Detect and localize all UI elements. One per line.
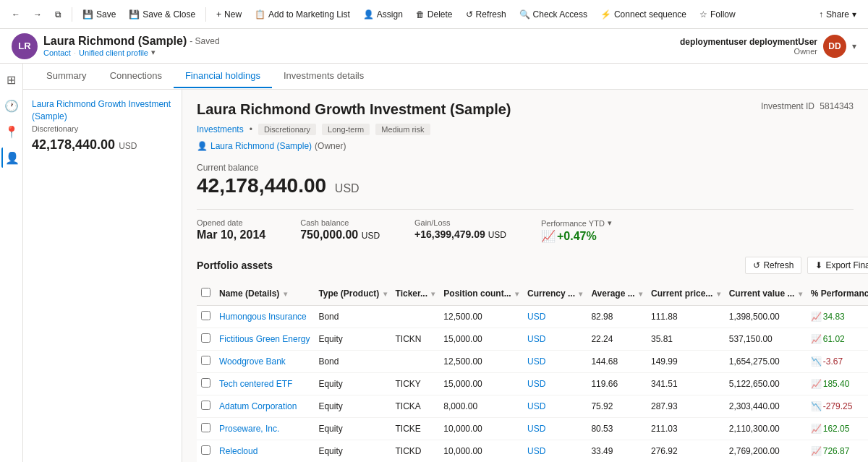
assets-export-button[interactable]: ⬇ Export Financial holdi... <box>807 257 868 274</box>
row-currency[interactable]: USD <box>523 306 587 328</box>
table-row[interactable]: Tech centered ETF Equity TICKY 15,000.00… <box>197 373 868 395</box>
investment-item-type: Discretionary <box>32 124 173 133</box>
col-average[interactable]: Average ... ▾ <box>587 282 647 306</box>
row-performance: 📈 726.87 <box>807 440 868 463</box>
table-row[interactable]: Relecloud Equity TICKD 10,000.00 USD 33.… <box>197 440 868 463</box>
investment-id-value: 5814343 <box>820 101 854 111</box>
row-currency[interactable]: USD <box>523 373 587 395</box>
save-button[interactable]: 💾 Save <box>77 7 122 22</box>
row-average: 75.92 <box>587 395 647 418</box>
refresh-icon: ↺ <box>466 9 473 20</box>
assign-icon: 👤 <box>363 9 374 20</box>
share-button[interactable]: ↑ Share ▾ <box>813 7 862 22</box>
row-checkbox[interactable] <box>197 418 215 440</box>
perf-icon: 📉 <box>811 401 822 411</box>
perf-dropdown-icon[interactable]: ▾ <box>608 218 612 228</box>
perf-icon: 📈 <box>811 334 822 344</box>
contact-type-link[interactable]: Contact <box>43 48 71 57</box>
row-average: 144.68 <box>587 351 647 373</box>
refresh-button[interactable]: ↺ Refresh <box>460 7 512 22</box>
new-icon: + <box>216 9 221 20</box>
col-type[interactable]: Type (Product) ▾ <box>314 282 391 306</box>
user-role: Owner <box>680 47 817 56</box>
profile-chevron-icon[interactable]: ▾ <box>151 48 156 57</box>
col-performance[interactable]: % Performance... ▾ <box>807 282 868 306</box>
user-avatar[interactable]: DD <box>823 35 846 58</box>
stat-gain: Gain/Loss +16,399,479.09 USD <box>414 218 506 243</box>
connect-sequence-button[interactable]: ⚡ Connect sequence <box>595 7 692 22</box>
table-row[interactable]: Fictitious Green Energy Equity TICKN 15,… <box>197 328 868 351</box>
forward-button[interactable]: → <box>27 7 48 22</box>
check-access-button[interactable]: 🔍 Check Access <box>514 7 593 22</box>
table-row[interactable]: Woodgrove Bank Bond 12,500.00 USD 144.68… <box>197 351 868 373</box>
check-access-icon: 🔍 <box>519 9 530 20</box>
table-row[interactable]: Humongous Insurance Bond 12,500.00 USD 8… <box>197 306 868 328</box>
delete-icon: 🗑 <box>416 9 425 20</box>
select-all-checkbox[interactable] <box>201 288 210 297</box>
owner-link[interactable]: Laura Richmond (Sample) <box>210 141 312 151</box>
tab-investments-details[interactable]: Investments details <box>272 64 375 88</box>
user-chevron-icon[interactable]: ▾ <box>852 41 856 51</box>
stat-cash-value: 750,000.00 USD <box>300 228 380 241</box>
row-checkbox[interactable] <box>197 373 215 395</box>
col-ticker[interactable]: Ticker... ▾ <box>391 282 440 306</box>
row-currency[interactable]: USD <box>523 395 587 418</box>
follow-button[interactable]: ☆ Follow <box>694 7 741 22</box>
tag-mediumrisk: Medium risk <box>375 124 430 135</box>
investment-list-item[interactable]: Laura Richmond Growth Investment (Sample… <box>32 98 173 153</box>
row-type: Bond <box>314 306 391 328</box>
col-value-sort-icon: ▾ <box>799 290 802 298</box>
col-currency[interactable]: Currency ... ▾ <box>523 282 587 306</box>
row-checkbox[interactable] <box>197 440 215 463</box>
col-name[interactable]: Name (Details) ▾ <box>215 282 314 306</box>
perf-icon: 📈 <box>811 379 822 389</box>
add-marketing-button[interactable]: 📋 Add to Marketing List <box>249 7 356 22</box>
tab-summary[interactable]: Summary <box>35 64 98 88</box>
row-currency[interactable]: USD <box>523 328 587 351</box>
col-current-price[interactable]: Current price... ▾ <box>647 282 725 306</box>
row-checkbox[interactable] <box>197 395 215 418</box>
user-name: deploymentuser deploymentUser <box>680 37 817 47</box>
table-body: Humongous Insurance Bond 12,500.00 USD 8… <box>197 306 868 463</box>
contact-name: Laura Richmond (Sample) <box>43 35 187 48</box>
stat-opened: Opened date Mar 10, 2014 <box>197 218 265 243</box>
row-currency[interactable]: USD <box>523 440 587 463</box>
row-type: Equity <box>314 440 391 463</box>
assets-refresh-button[interactable]: ↺ Refresh <box>745 257 801 274</box>
back-button[interactable]: ← <box>6 7 26 22</box>
col-position[interactable]: Position count... ▾ <box>439 282 523 306</box>
perf-icon: 📈 <box>811 446 822 456</box>
marketing-icon: 📋 <box>255 9 265 20</box>
row-checkbox[interactable] <box>197 351 215 373</box>
assets-title: Portfolio assets <box>197 260 273 271</box>
col-current-value[interactable]: Current value ... ▾ <box>725 282 807 306</box>
row-current-price: 111.88 <box>647 306 725 328</box>
row-currency[interactable]: USD <box>523 351 587 373</box>
save-close-button[interactable]: 💾 Save & Close <box>123 7 201 22</box>
stats-row: Opened date Mar 10, 2014 Cash balance 75… <box>197 209 854 243</box>
unified-profile-link[interactable]: Unified client profile <box>79 48 148 57</box>
new-button[interactable]: + New <box>210 7 247 22</box>
row-current-price: 276.92 <box>647 440 725 463</box>
divider-2 <box>205 7 206 22</box>
table-row[interactable]: Proseware, Inc. Equity TICKE 10,000.00 U… <box>197 418 868 440</box>
row-ticker: TICKD <box>391 440 440 463</box>
tab-connections[interactable]: Connections <box>98 64 174 88</box>
investment-id-label: Investment ID <box>761 101 814 111</box>
delete-button[interactable]: 🗑 Delete <box>410 7 459 22</box>
window-button[interactable]: ⧉ <box>49 7 67 22</box>
row-currency[interactable]: USD <box>523 418 587 440</box>
row-checkbox[interactable] <box>197 306 215 328</box>
assign-button[interactable]: 👤 Assign <box>357 7 409 22</box>
row-name: Tech centered ETF <box>215 373 314 395</box>
stat-performance: Performance YTD ▾ 📈 +0.47% <box>541 218 612 243</box>
col-checkbox[interactable] <box>197 282 215 306</box>
portfolio-layout: Portfolio assets ↺ Refresh ⬇ Export Fina… <box>197 254 854 462</box>
table-row[interactable]: Adatum Corporation Equity TICKA 8,000.00… <box>197 395 868 418</box>
row-performance: 📈 185.40 <box>807 373 868 395</box>
row-position: 10,000.00 <box>439 440 523 463</box>
row-checkbox[interactable] <box>197 328 215 351</box>
tab-financial-holdings[interactable]: Financial holdings <box>174 64 272 88</box>
toolbar-left: ← → ⧉ 💾 Save 💾 Save & Close + New 📋 Add … <box>6 7 810 22</box>
user-badge: deploymentuser deploymentUser Owner DD ▾ <box>680 35 856 58</box>
